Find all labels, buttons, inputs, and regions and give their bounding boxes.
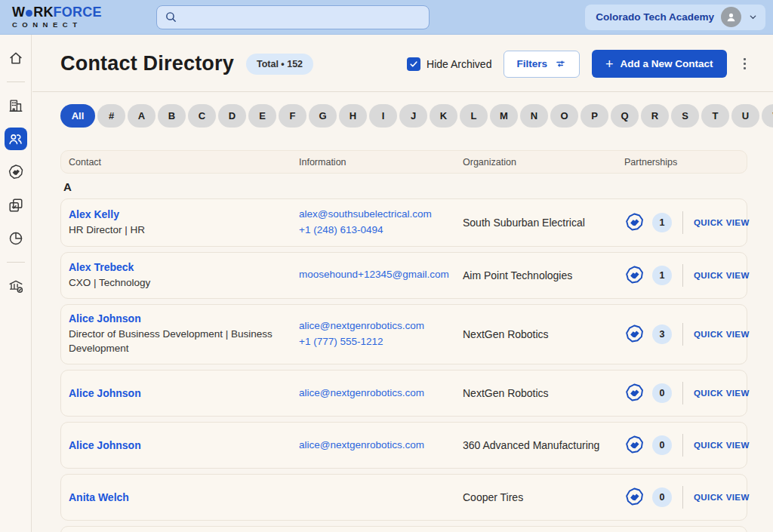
contact-organization: Aim Point Technologies [463,269,624,281]
contact-email-link[interactable]: alice@nextgenrobotics.com [299,438,452,454]
section-label: A [63,180,747,193]
alphabet-chip-l[interactable]: L [460,104,488,128]
partnership-count-badge: 0 [652,487,672,507]
alphabet-chip-a[interactable]: A [128,104,156,128]
page-title: Contact Directory [60,52,234,75]
contact-name-link[interactable]: Alice Johnson [69,387,299,399]
alphabet-chip-n[interactable]: N [520,104,548,128]
tasks-icon [8,197,24,214]
contact-name-link[interactable]: Alice Johnson [69,312,299,324]
hide-archived-checkbox[interactable]: Hide Archived [407,57,491,71]
page-header: Contact Directory Total • 152 Hide Archi… [32,35,773,92]
contact-organization: NextGen Robotics [463,387,624,399]
sidebar-divider [7,262,25,263]
contact-organization: South Suburban Electrical [463,217,624,229]
quick-view-button[interactable]: QUICK VIEW [694,493,750,502]
column-header-information: Information [299,157,463,168]
table-row[interactable]: Alex Kelly HR Director | HR alex@southsu… [60,198,747,247]
alphabet-chip-k[interactable]: K [430,104,457,128]
contact-organization: Cooper Tires [463,491,624,503]
column-header-partnerships: Partnerships [624,157,739,168]
alphabet-chip-o[interactable]: O [550,104,578,128]
table-row[interactable]: Alice Johnson alice@nextgenrobotics.com … [60,370,747,417]
sidebar-item-tasks[interactable] [5,194,27,217]
filters-button-label: Filters [516,58,547,69]
contact-email-link[interactable]: alice@nextgenrobotics.com [299,386,452,401]
chevron-down-icon [748,12,758,22]
contact-email-link[interactable]: alice@nextgenrobotics.com [299,318,452,334]
alphabet-chip-q[interactable]: Q [611,104,639,128]
quick-view-button[interactable]: QUICK VIEW [694,389,750,398]
people-icon [8,131,23,147]
sidebar-item-partnerships[interactable] [5,161,27,183]
alphabet-chip-b[interactable]: B [158,104,186,128]
alphabet-chip-v[interactable]: V [762,104,773,128]
alphabet-chip-s[interactable]: S [671,104,699,128]
partnership-count-badge: 0 [652,435,672,455]
hide-archived-label: Hide Archived [427,58,491,70]
alphabet-chip-t[interactable]: T [701,104,729,128]
contact-email-link[interactable]: moosehound+12345@gmail.com [299,267,452,283]
column-header-organization: Organization [463,157,624,168]
table-row[interactable]: Anita Welch Cooper Tires 0 QUICK VIEW [60,474,747,521]
contact-email-link[interactable]: alex@southsubelectrical.com [299,207,452,223]
alphabet-chip-e[interactable]: E [248,104,276,128]
contact-subtitle: HR Director | HR [69,223,299,238]
partnership-handshake-icon [624,435,645,455]
column-header-contact: Contact [69,157,299,168]
sidebar-item-institution[interactable] [5,275,27,297]
contact-phone-link[interactable]: +1 (777) 555-1212 [299,334,452,350]
filter-icon [554,57,567,70]
sidebar-item-contacts[interactable] [5,128,27,150]
handshake-icon [8,164,24,180]
alphabet-chip-r[interactable]: R [641,104,669,128]
quick-view-button[interactable]: QUICK VIEW [694,441,750,450]
sidebar-item-organizations[interactable] [5,94,27,117]
quick-view-button[interactable]: QUICK VIEW [694,330,750,339]
alphabet-chip-p[interactable]: P [581,104,608,128]
filters-button[interactable]: Filters [504,51,580,78]
table-row-partial[interactable] [60,526,747,532]
table-row[interactable]: Alice Johnson Director of Business Devel… [60,304,747,364]
partnership-count-badge: 0 [652,383,672,403]
alphabet-chip-hash[interactable]: # [97,104,125,128]
contact-name-link[interactable]: Alice Johnson [69,439,299,451]
contact-name-link[interactable]: Alex Kelly [69,208,299,220]
search-input[interactable] [183,11,421,23]
app-window: WRKFORCE CONNECT Colorado Tech Academy [0,0,773,532]
table-row[interactable]: Alice Johnson alice@nextgenrobotics.com … [60,422,747,469]
partnership-count-badge: 3 [652,324,672,344]
contact-subtitle: Director of Business Development | Busin… [69,327,299,356]
quick-view-button[interactable]: QUICK VIEW [694,218,750,227]
alphabet-chip-g[interactable]: G [309,104,337,128]
avatar [721,7,741,27]
account-menu[interactable]: Colorado Tech Academy [585,5,765,30]
logo-text-connect: CONNECT [12,21,102,29]
checkbox-checked-icon [407,57,420,71]
alphabet-chip-i[interactable]: I [369,104,397,128]
alphabet-chip-d[interactable]: D [218,104,246,128]
table-row[interactable]: Alex Trebeck CXO | Technology moosehound… [60,252,747,299]
divider [682,382,683,404]
contact-name-link[interactable]: Anita Welch [69,491,299,503]
sidebar-item-home[interactable] [5,47,27,69]
quick-view-button[interactable]: QUICK VIEW [694,271,750,280]
contact-name-link[interactable]: Alex Trebeck [69,261,299,273]
alphabet-chip-j[interactable]: J [399,104,427,128]
contact-subtitle: CXO | Technology [69,275,299,291]
add-new-contact-label: Add a New Contact [620,58,713,69]
alphabet-chip-all[interactable]: All [60,104,95,128]
global-search[interactable] [156,5,430,29]
alphabet-chip-h[interactable]: H [339,104,367,128]
alphabet-chip-m[interactable]: M [490,104,518,128]
more-options-button[interactable] [739,55,751,73]
alphabet-chip-c[interactable]: C [188,104,216,128]
pie-chart-icon [8,230,24,247]
alphabet-chip-f[interactable]: F [279,104,306,128]
partnership-handshake-icon [624,265,645,285]
contact-phone-link[interactable]: +1 (248) 613-0494 [299,223,452,238]
alphabet-chip-u[interactable]: U [731,104,759,128]
add-new-contact-button[interactable]: + Add a New Contact [592,50,727,78]
total-count-badge: Total • 152 [246,54,313,75]
sidebar-item-reports[interactable] [5,227,27,250]
